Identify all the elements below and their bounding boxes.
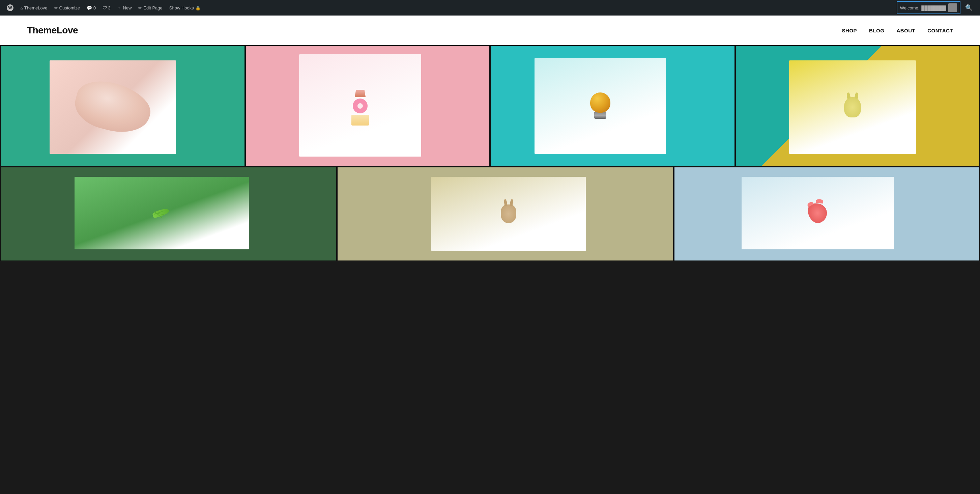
bulb-globe	[590, 92, 610, 113]
new-button[interactable]: ＋ New	[115, 0, 134, 16]
gallery-item-3[interactable]	[490, 45, 735, 167]
gallery-item-4[interactable]	[735, 45, 980, 167]
nav-blog[interactable]: BLOG	[869, 28, 884, 33]
edit-page-label: Edit Page	[143, 5, 162, 10]
edit-page-button[interactable]: ✏ Edit Page	[135, 0, 165, 16]
goat-object	[844, 97, 861, 118]
gallery-row-2	[0, 167, 980, 261]
pencil-icon: ✏	[54, 5, 58, 10]
avatar	[948, 3, 957, 12]
username-label: ████████	[921, 5, 946, 10]
stone-object	[70, 75, 156, 139]
customize-button[interactable]: ✏ Customize	[52, 0, 83, 16]
gallery-card-1	[49, 61, 177, 154]
gallery	[0, 45, 980, 261]
cupcake-object	[354, 85, 366, 97]
gallery-card-7	[741, 177, 894, 249]
new-label: New	[123, 5, 132, 10]
wp-logo-button[interactable]: W	[4, 0, 16, 16]
bulb-base	[594, 112, 606, 119]
gallery-item-6[interactable]	[337, 167, 674, 261]
site-name-button[interactable]: ⌂ ThemeLove	[18, 0, 50, 16]
comments-button[interactable]: 💬 0	[84, 0, 99, 16]
deer-object	[501, 204, 516, 223]
gallery-card-4	[789, 61, 916, 154]
lock-icon: 🔒	[195, 5, 200, 10]
welcome-user-button[interactable]: Welcome, ████████	[897, 2, 961, 14]
nav-about[interactable]: ABOUT	[896, 28, 915, 33]
edit-pencil-icon: ✏	[138, 5, 142, 10]
lightbulb-object	[590, 92, 611, 120]
cake-object	[352, 115, 369, 126]
customize-label: Customize	[59, 5, 80, 10]
gallery-card-5	[75, 177, 249, 249]
security-count: 3	[108, 5, 110, 10]
gallery-item-1[interactable]	[0, 45, 245, 167]
nav-shop[interactable]: SHOP	[842, 28, 857, 33]
site-header: ThemeLove SHOP BLOG ABOUT CONTACT	[0, 16, 980, 45]
site-navigation: SHOP BLOG ABOUT CONTACT	[842, 28, 953, 33]
gallery-item-5[interactable]	[0, 167, 337, 261]
welcome-label: Welcome,	[900, 5, 920, 10]
wordpress-icon: W	[7, 5, 13, 11]
shield-icon: 🛡	[102, 5, 107, 10]
site-name-label: ThemeLove	[24, 5, 48, 10]
gallery-item-7[interactable]	[674, 167, 980, 261]
nav-contact[interactable]: CONTACT	[928, 28, 953, 33]
gallery-row-1	[0, 45, 980, 167]
gallery-item-2[interactable]	[245, 45, 490, 167]
site-icon: ⌂	[20, 5, 23, 10]
comment-icon: 💬	[87, 5, 92, 10]
gallery-card-2	[299, 54, 421, 156]
security-button[interactable]: 🛡 3	[100, 0, 113, 16]
search-icon: 🔍	[965, 4, 972, 11]
show-hooks-button[interactable]: Show Hooks 🔒	[167, 0, 204, 16]
gallery-card-3	[535, 58, 666, 154]
gallery-card-6	[431, 177, 586, 252]
grasshopper-object	[150, 204, 173, 222]
admin-search-button[interactable]: 🔍	[962, 0, 976, 16]
plus-icon: ＋	[117, 5, 121, 11]
site-title[interactable]: ThemeLove	[27, 25, 78, 36]
admin-bar: W ⌂ ThemeLove ✏ Customize 💬 0 🛡 3 ＋ New …	[0, 0, 980, 16]
comments-count: 0	[94, 5, 96, 10]
donut-object	[353, 99, 368, 113]
pink-animal-object	[806, 201, 829, 225]
hooks-label: Show Hooks	[169, 5, 194, 10]
